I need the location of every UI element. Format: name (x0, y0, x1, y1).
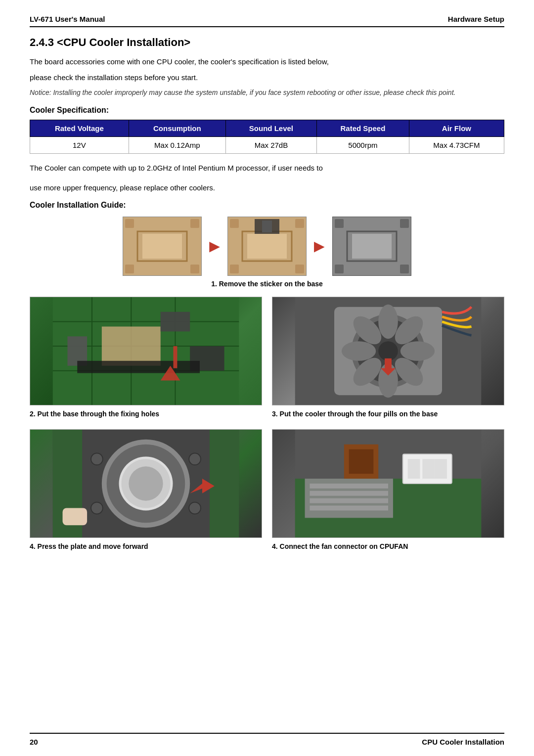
svg-rect-21 (335, 265, 344, 273)
col-header-consumption: Consumption (129, 120, 225, 137)
svg-rect-3 (125, 219, 134, 228)
header-left: LV-671 User's Manual (30, 15, 105, 23)
svg-point-58 (129, 466, 163, 500)
svg-rect-2 (142, 234, 182, 259)
svg-rect-16 (262, 221, 272, 232)
svg-point-48 (342, 341, 376, 361)
col-header-airflow: Air Flow (409, 120, 504, 137)
svg-rect-75 (310, 490, 388, 495)
svg-rect-5 (125, 265, 134, 273)
bracket-image-2 (227, 217, 307, 276)
cell-sound: Max 27dB (225, 137, 316, 154)
spec-row: 12V Max 0.12Amp Max 27dB 5000rpm Max 4.7… (30, 137, 504, 154)
step1-images: ► ► (30, 217, 504, 276)
svg-rect-9 (247, 234, 287, 259)
svg-rect-52 (385, 358, 392, 369)
svg-point-42 (378, 305, 398, 339)
step2-caption: 2. Put the base through the fixing holes (30, 409, 159, 419)
bracket-image-1 (123, 217, 202, 276)
cell-consumption: Max 0.12Amp (129, 137, 225, 154)
step4-press-svg (30, 430, 262, 537)
svg-point-62 (189, 502, 201, 514)
svg-rect-20 (400, 219, 409, 228)
steps-grid-1: 2. Put the base through the fixing holes (30, 297, 504, 419)
svg-rect-71 (422, 459, 435, 479)
step4-caption: 4. Press the plate and move forward (30, 542, 148, 552)
cell-voltage: 12V (30, 137, 129, 154)
svg-point-61 (91, 502, 103, 514)
step4-photo (30, 429, 262, 538)
step3-item: 3. Put the cooler through the four pills… (272, 297, 504, 419)
arrow-icon-1: ► (206, 236, 223, 257)
step3-cooler-svg (272, 297, 504, 405)
step2-item: 2. Put the base through the fixing holes (30, 297, 262, 419)
step2-photo (30, 297, 262, 405)
svg-rect-37 (173, 346, 177, 368)
svg-rect-13 (295, 265, 304, 273)
svg-point-59 (91, 453, 103, 465)
col-header-sound: Sound Level (225, 120, 316, 137)
step5-connector-svg (272, 430, 504, 537)
step3-caption: 3. Put the cooler through the four pills… (272, 409, 438, 419)
notice-text: Notice: Installing the cooler improperly… (30, 88, 504, 98)
svg-point-44 (400, 341, 435, 361)
svg-rect-11 (295, 219, 304, 228)
svg-rect-77 (310, 505, 388, 510)
svg-rect-19 (335, 219, 344, 228)
page-header: LV-671 User's Manual Hardware Setup (30, 15, 504, 27)
svg-rect-32 (161, 312, 190, 332)
svg-rect-6 (190, 265, 199, 273)
arrow-icon-2: ► (311, 236, 328, 257)
svg-rect-74 (310, 484, 388, 489)
svg-rect-76 (310, 498, 388, 503)
svg-rect-72 (435, 459, 447, 479)
col-header-voltage: Rated Voltage (30, 120, 129, 137)
step3-photo (272, 297, 504, 405)
page: LV-671 User's Manual Hardware Setup 2.4.… (0, 0, 534, 756)
body-text-1: The Cooler can compete with up to 2.0GHz… (30, 162, 504, 175)
svg-rect-65 (63, 508, 88, 525)
page-footer: 20 CPU Cooler Installation (30, 733, 504, 746)
svg-rect-22 (400, 265, 409, 273)
step2-pcb-svg (30, 297, 262, 405)
steps-grid-2: 4. Press the plate and move forward (30, 429, 504, 552)
svg-rect-4 (190, 219, 199, 228)
footer-page-number: 20 (30, 738, 38, 746)
cell-speed: 5000rpm (317, 137, 409, 154)
svg-rect-18 (352, 234, 392, 259)
step1-caption: 1. Remove the sticker on the base (30, 280, 504, 288)
cell-airflow: Max 4.73CFM (409, 137, 504, 154)
step4-item: 4. Press the plate and move forward (30, 429, 262, 552)
step5-caption: 4. Connect the fan connector on CPUFAN (272, 542, 408, 552)
intro-text-1: The board accessories come with one CPU … (30, 56, 504, 68)
step5-item: 4. Connect the fan connector on CPUFAN (272, 429, 504, 552)
svg-rect-31 (102, 326, 161, 365)
svg-rect-70 (408, 459, 420, 479)
svg-rect-10 (230, 219, 239, 228)
install-guide-title: Cooler Installation Guide: (30, 201, 504, 210)
svg-rect-12 (230, 265, 239, 273)
bracket-image-3 (332, 217, 411, 276)
footer-section-name: CPU Cooler Installation (422, 738, 504, 746)
body-text-2: use more upper frequency, please replace… (30, 181, 504, 194)
intro-text-2: please check the installation steps befo… (30, 72, 504, 84)
svg-point-50 (378, 341, 398, 361)
step5-photo (272, 429, 504, 538)
svg-rect-79 (349, 449, 374, 474)
svg-rect-35 (77, 361, 200, 373)
svg-point-60 (189, 453, 201, 465)
spec-table: Rated Voltage Consumption Sound Level Ra… (30, 120, 504, 154)
svg-rect-64 (210, 430, 239, 537)
section-title: 2.4.3 <CPU Cooler Installation> (30, 36, 504, 49)
spec-title: Cooler Specification: (30, 106, 504, 115)
header-right: Hardware Setup (448, 15, 504, 23)
col-header-speed: Rated Speed (317, 120, 409, 137)
